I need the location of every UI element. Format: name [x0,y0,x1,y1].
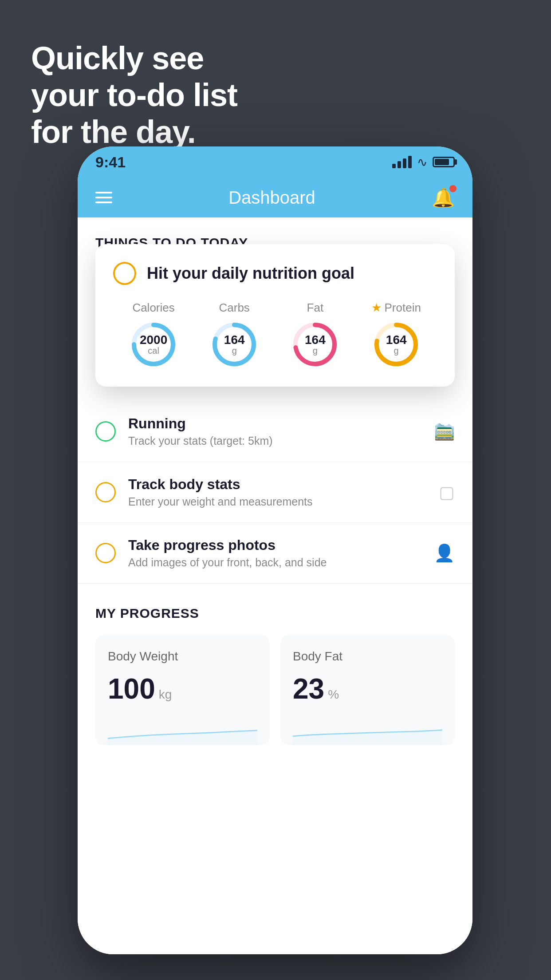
carbs-donut: 164 g [210,320,259,369]
progress-section-title: MY PROGRESS [95,606,455,621]
body-weight-card[interactable]: Body Weight 100 kg [95,635,270,745]
fat-label: Fat [307,301,324,315]
body-weight-chart [108,719,257,745]
running-icon: 🚞 [434,422,455,441]
headline: Quickly see your to-do list for the day. [31,40,237,150]
body-fat-title: Body Fat [293,649,442,664]
body-stats-subtitle: Enter your weight and measurements [128,495,439,508]
nutrition-check-circle [113,262,136,285]
body-fat-value: 23 [293,672,324,705]
running-title: Running [128,415,434,432]
notification-button[interactable]: 🔔 [432,187,455,209]
calories-value: 2000 [140,334,167,346]
body-stats-title: Track body stats [128,476,439,493]
protein-value: 164 [386,334,407,346]
app-header: Dashboard 🔔 [78,178,472,217]
progress-section: MY PROGRESS Body Weight 100 kg [78,584,472,763]
status-icons: ∿ [392,155,455,170]
app-body: THINGS TO DO TODAY Hit your daily nutrit… [78,217,472,954]
body-weight-title: Body Weight [108,649,257,664]
protein-label: ★ Protein [371,301,421,315]
signal-icon [392,156,412,168]
phone-frame: 9:41 ∿ Dashboard 🔔 THINGS TO DO TODA [78,146,472,954]
status-bar: 9:41 ∿ [78,146,472,178]
photos-title: Take progress photos [128,537,434,553]
body-weight-value: 100 [108,672,155,705]
fat-item: Fat 164 g [291,301,339,369]
photos-text: Take progress photos Add images of your … [128,537,434,569]
carbs-value: 164 [224,334,245,346]
battery-icon [433,157,455,167]
todo-item-photos[interactable]: Take progress photos Add images of your … [78,523,472,584]
star-icon: ★ [371,301,382,315]
progress-cards: Body Weight 100 kg Body Fat [95,635,455,745]
nutrition-card-title: Hit your daily nutrition goal [147,264,354,283]
running-subtitle: Track your stats (target: 5km) [128,435,434,447]
notification-badge [449,185,457,192]
body-weight-unit: kg [159,688,172,702]
fat-value: 164 [305,334,326,346]
calories-item: Calories 2000 cal [129,301,178,369]
header-title: Dashboard [228,188,315,208]
running-check-circle [95,421,116,442]
carbs-unit: g [224,346,245,355]
todo-list: Running Track your stats (target: 5km) 🚞… [78,401,472,584]
protein-item: ★ Protein 164 g [371,301,421,369]
body-stats-check-circle [95,482,116,502]
calories-donut: 2000 cal [129,320,178,369]
todo-item-running[interactable]: Running Track your stats (target: 5km) 🚞 [78,401,472,462]
nutrition-grid: Calories 2000 cal Carbs [113,301,437,369]
carbs-label: Carbs [219,301,250,315]
wifi-icon: ∿ [417,155,427,170]
body-stats-text: Track body stats Enter your weight and m… [128,476,439,508]
status-time: 9:41 [95,154,126,171]
photos-check-circle [95,543,116,563]
fat-donut: 164 g [291,320,339,369]
fat-unit: g [305,346,326,355]
nutrition-card[interactable]: Hit your daily nutrition goal Calories 2… [95,244,455,387]
body-fat-unit: % [328,688,339,702]
photos-icon: 👤 [434,543,455,563]
photos-subtitle: Add images of your front, back, and side [128,556,434,569]
body-stats-icon: ▢ [439,482,455,502]
calories-label: Calories [132,301,174,315]
protein-donut: 164 g [372,320,421,369]
menu-button[interactable] [95,192,112,203]
calories-unit: cal [140,346,167,355]
body-fat-card[interactable]: Body Fat 23 % [280,635,455,745]
carbs-item: Carbs 164 g [210,301,259,369]
todo-item-body-stats[interactable]: Track body stats Enter your weight and m… [78,462,472,523]
protein-unit: g [386,346,407,355]
body-fat-chart [293,719,442,745]
running-text: Running Track your stats (target: 5km) [128,415,434,447]
